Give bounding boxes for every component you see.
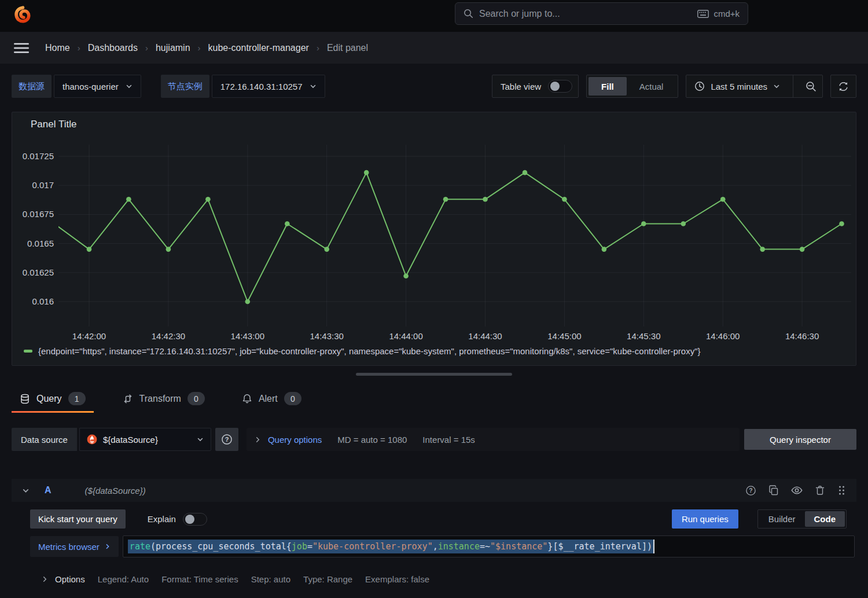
x-axis-tick-label: 14:44:00: [389, 331, 422, 341]
chart-data-point[interactable]: [166, 247, 171, 252]
trash-icon[interactable]: [815, 485, 825, 496]
x-axis-tick-label: 14:42:00: [72, 331, 106, 341]
global-search[interactable]: cmd+k: [455, 2, 748, 25]
table-view-control: Table view: [492, 75, 579, 98]
table-view-label: Table view: [501, 82, 541, 91]
y-axis-tick-label: 0.017: [32, 180, 54, 190]
breadcrumb-item[interactable]: hujiamin: [156, 43, 190, 53]
datasource-help-button[interactable]: ?: [215, 428, 238, 451]
promql-token-label: instance: [438, 541, 480, 552]
search-icon: [464, 9, 473, 19]
zoom-out-icon[interactable]: [799, 75, 822, 97]
chart-series: [47, 170, 844, 304]
tab-transform[interactable]: Transform 0: [115, 384, 213, 413]
x-axis-tick-label: 14:43:00: [231, 331, 264, 341]
chart-data-point[interactable]: [245, 299, 251, 304]
tab-alert[interactable]: Alert 0: [234, 384, 310, 413]
chart-data-point[interactable]: [602, 247, 607, 252]
top-nav: cmd+k: [0, 0, 868, 32]
datasource-value: ${dataSource}: [103, 435, 191, 445]
timeseries-chart[interactable]: 0.017250.0170.016750.01650.016250.01614:…: [12, 112, 856, 365]
promql-token-plain: (process_cpu_seconds_total{: [150, 541, 292, 552]
promql-token-plain: ,: [433, 541, 438, 552]
query-option-summary: Legend: Auto: [98, 574, 149, 584]
chart-data-point[interactable]: [87, 247, 92, 252]
chart-data-point[interactable]: [205, 197, 211, 202]
promql-token-label: job: [292, 541, 307, 552]
breadcrumb-item[interactable]: kube-controller-manager: [208, 43, 309, 53]
legend-swatch: [24, 350, 32, 353]
chart-data-point[interactable]: [562, 197, 567, 202]
query-option-summary: Step: auto: [251, 574, 290, 584]
breadcrumb-bar: Home›Dashboards›hujiamin›kube-controller…: [0, 32, 868, 64]
chart-data-point[interactable]: [285, 221, 290, 226]
query-inspector-button[interactable]: Query inspector: [744, 429, 856, 450]
variable-instance: 节点实例 172.16.140.31:10257: [161, 75, 325, 98]
chevron-down-icon: [126, 83, 133, 90]
promql-query-input[interactable]: rate(process_cpu_seconds_total{job="kube…: [123, 535, 855, 557]
resize-handle[interactable]: [356, 373, 512, 376]
explain-toggle[interactable]: [183, 513, 207, 526]
query-row-header[interactable]: A (${dataSource}) ?: [12, 479, 856, 502]
builder-option[interactable]: Builder: [759, 511, 805, 527]
variable-datasource: 数据源 thanos-querier: [12, 75, 141, 98]
chart-data-point[interactable]: [681, 221, 686, 226]
tab-query[interactable]: Query 1: [12, 384, 94, 413]
variable-datasource-dropdown[interactable]: thanos-querier: [54, 75, 141, 98]
chevron-right-icon: [42, 576, 48, 582]
chevron-down-icon: [197, 436, 204, 443]
menu-icon[interactable]: [14, 42, 29, 54]
breadcrumb-item[interactable]: Home: [45, 43, 70, 53]
explain-label: Explain: [148, 514, 176, 524]
chart-data-point[interactable]: [800, 247, 805, 252]
chart-data-point[interactable]: [324, 247, 329, 252]
chart-data-point[interactable]: [483, 197, 488, 202]
refresh-icon: [838, 81, 849, 92]
chart-data-point[interactable]: [720, 197, 726, 202]
chart-data-point[interactable]: [641, 221, 646, 226]
chevron-down-icon[interactable]: [773, 83, 780, 90]
panel-title: Panel Title: [31, 119, 76, 130]
breadcrumb-item[interactable]: Dashboards: [88, 43, 138, 53]
help-icon[interactable]: ?: [745, 485, 756, 496]
grafana-logo-icon[interactable]: [12, 5, 34, 26]
chart-data-point[interactable]: [126, 197, 131, 202]
kick-start-query-button[interactable]: Kick start your query: [30, 509, 126, 529]
breadcrumb-separator-icon: ›: [198, 43, 201, 53]
query-options-footer-toggle[interactable]: Options: [42, 574, 85, 584]
chevron-down-icon[interactable]: [22, 487, 30, 494]
query-options-section: Query options MD = auto = 1080 Interval …: [247, 428, 740, 451]
chart-data-point[interactable]: [443, 197, 448, 202]
time-range-label[interactable]: Last 5 minutes: [711, 82, 767, 91]
variable-instance-dropdown[interactable]: 172.16.140.31:10257: [212, 75, 325, 98]
eye-icon[interactable]: [791, 485, 803, 496]
code-option[interactable]: Code: [805, 511, 845, 527]
chart-data-point[interactable]: [403, 274, 409, 279]
legend-label[interactable]: {endpoint="https", instance="172.16.140.…: [38, 346, 701, 356]
breadcrumb-separator-icon: ›: [78, 43, 80, 53]
datasource-picker[interactable]: ${dataSource}: [79, 428, 211, 451]
keyboard-icon: [697, 10, 709, 18]
transform-count-badge: 0: [187, 392, 205, 405]
chart-data-point[interactable]: [760, 247, 765, 252]
promql-token-plain: }[$__rate_interval]): [547, 541, 652, 552]
chart-data-point[interactable]: [839, 221, 844, 226]
chart-data-point[interactable]: [364, 170, 369, 175]
actual-option[interactable]: Actual: [627, 77, 676, 96]
drag-grip-icon[interactable]: [837, 485, 846, 496]
timeseries-panel: 0.017250.0170.016750.01650.016250.01614:…: [12, 112, 856, 366]
y-axis-tick-label: 0.0165: [27, 239, 54, 248]
query-option-summary: Format: Time series: [161, 574, 238, 584]
metrics-browser-button[interactable]: Metrics browser: [30, 536, 119, 557]
chart-data-point[interactable]: [523, 170, 528, 175]
search-input[interactable]: [479, 9, 692, 19]
datasource-row: Data source ${dataSource} ?: [12, 428, 856, 451]
fill-option[interactable]: Fill: [589, 77, 627, 96]
query-options-toggle[interactable]: Query options: [255, 435, 322, 445]
variable-label: 节点实例: [161, 75, 209, 98]
query-datasource-hint: (${dataSource}): [85, 486, 146, 496]
table-view-toggle[interactable]: [548, 80, 572, 93]
run-queries-button[interactable]: Run queries: [672, 509, 738, 529]
duplicate-icon[interactable]: [768, 485, 779, 496]
refresh-button[interactable]: [830, 75, 856, 98]
